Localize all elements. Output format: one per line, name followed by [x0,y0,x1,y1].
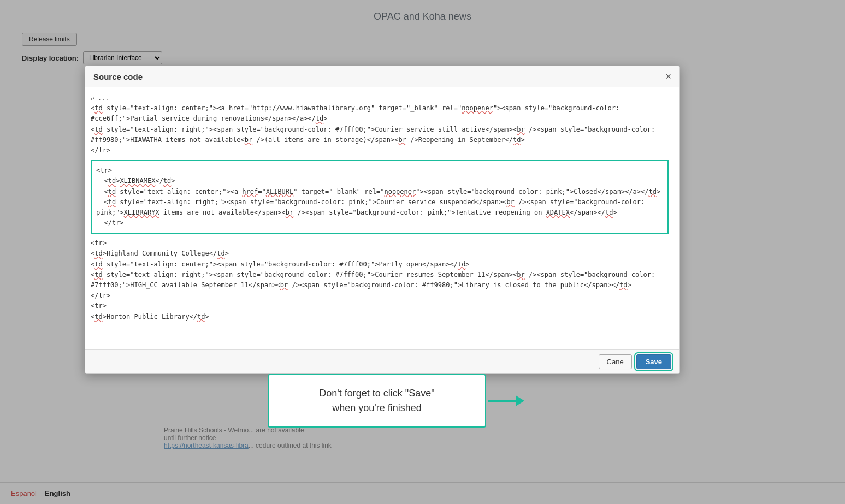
dialog-title: Source code [93,72,143,81]
highlighted-code-block: <tr> <td>XLIBNAMEX</td> <td style="text-… [91,160,669,234]
dialog-close-button[interactable]: × [665,72,671,81]
callout-arrow [488,395,524,406]
save-button[interactable]: Save [636,354,671,369]
cancel-button[interactable]: Cane [599,354,632,369]
dialog-body: ↵ ... <td style="text-align: center;"><a… [85,87,679,349]
dialog-footer: Cane Save [85,349,679,373]
source-code-dialog: Source code × ↵ ... <td style="text-alig… [85,66,680,374]
code-part1: ↵ ... <td style="text-align: center;"><a… [91,93,669,156]
code-editor[interactable]: ↵ ... <td style="text-align: center;"><a… [85,87,679,349]
code-part2: <tr> <td>Highland Community College</td>… [91,238,669,322]
dialog-header: Source code × [85,66,679,87]
callout-text: Don't forget to click "Save"when you're … [280,386,474,416]
save-callout: Don't forget to click "Save"when you're … [268,374,486,428]
